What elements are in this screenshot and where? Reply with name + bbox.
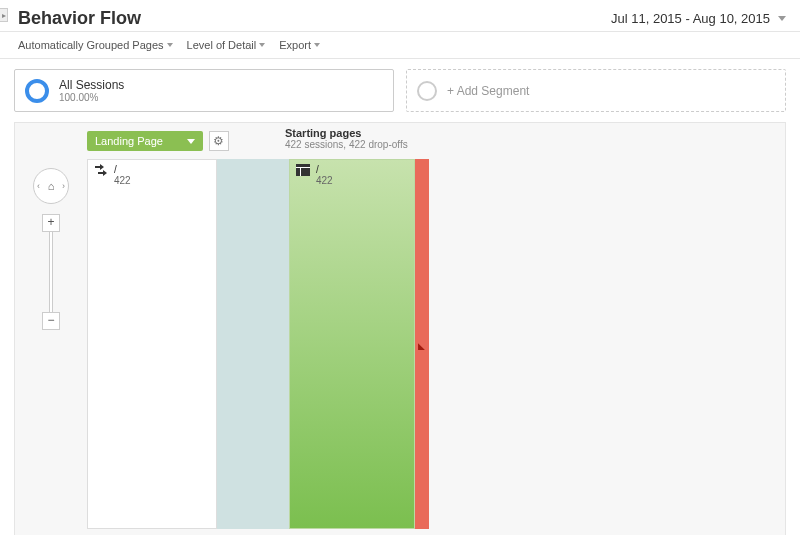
dropoff-marker-icon: ◣ — [418, 341, 425, 351]
segments-row: All Sessions 100.00% + Add Segment — [0, 59, 800, 122]
grouping-label: Automatically Grouped Pages — [18, 39, 164, 51]
svg-rect-2 — [300, 167, 301, 176]
node-count: 422 — [316, 175, 333, 186]
page-title: Behavior Flow — [18, 8, 141, 29]
flow-node-source[interactable]: / 422 — [87, 159, 217, 529]
chevron-down-icon — [259, 43, 265, 47]
node-path: / — [114, 164, 131, 175]
column-subtitle: 422 sessions, 422 drop-offs — [285, 139, 408, 150]
level-of-detail-dropdown[interactable]: Level of Detail — [187, 39, 266, 51]
segment-sub: 100.00% — [59, 92, 124, 103]
node-path: / — [316, 164, 333, 175]
node-text: / 422 — [114, 164, 131, 186]
segment-all-sessions[interactable]: All Sessions 100.00% — [14, 69, 394, 112]
column-header-start: Starting pages 422 sessions, 422 drop-of… — [285, 127, 408, 150]
zoom-in-button[interactable]: + — [42, 214, 60, 232]
zoom-out-button[interactable]: − — [42, 312, 60, 330]
toolbar: Automatically Grouped Pages Level of Det… — [0, 32, 800, 59]
chevron-down-icon — [187, 139, 195, 144]
flow-bridge — [217, 159, 289, 529]
flow-node-start[interactable]: / 422 — [289, 159, 415, 529]
circle-icon — [417, 81, 437, 101]
flow-canvas[interactable]: Landing Page ⚙ Starting pages 422 sessio… — [14, 122, 786, 535]
chevron-down-icon — [314, 43, 320, 47]
gear-icon: ⚙ — [213, 134, 224, 148]
entry-icon — [94, 164, 108, 176]
chevron-down-icon — [778, 16, 786, 21]
dimension-label: Landing Page — [95, 135, 163, 147]
chevron-down-icon — [167, 43, 173, 47]
node-text: / 422 — [316, 164, 333, 186]
node-count: 422 — [114, 175, 131, 186]
date-range-picker[interactable]: Jul 11, 2015 - Aug 10, 2015 — [611, 11, 786, 26]
svg-rect-1 — [296, 167, 310, 168]
level-of-detail-label: Level of Detail — [187, 39, 257, 51]
add-segment-button[interactable]: + Add Segment — [406, 69, 786, 112]
donut-icon — [25, 79, 49, 103]
panel-expand-tab[interactable]: ▸ — [0, 8, 8, 22]
chevron-left-icon: ‹ — [37, 181, 40, 191]
date-range-text: Jul 11, 2015 - Aug 10, 2015 — [611, 11, 770, 26]
grouping-dropdown[interactable]: Automatically Grouped Pages — [18, 39, 173, 51]
home-icon: ⌂ — [48, 180, 55, 192]
chevron-right-icon: › — [62, 181, 65, 191]
svg-rect-0 — [296, 164, 310, 176]
export-label: Export — [279, 39, 311, 51]
column-title: Starting pages — [285, 127, 408, 139]
node-label: / 422 — [94, 164, 131, 186]
zoom-controls: ‹ ⌂ › + − — [33, 168, 69, 330]
export-dropdown[interactable]: Export — [279, 39, 320, 51]
dimension-controls: Landing Page ⚙ — [87, 131, 229, 151]
add-segment-label: + Add Segment — [447, 84, 529, 98]
header: Behavior Flow Jul 11, 2015 - Aug 10, 201… — [0, 0, 800, 32]
segment-title: All Sessions — [59, 78, 124, 92]
node-label: / 422 — [296, 164, 333, 186]
segment-text: All Sessions 100.00% — [59, 78, 124, 103]
zoom-slider[interactable] — [49, 232, 53, 312]
settings-button[interactable]: ⚙ — [209, 131, 229, 151]
page-icon — [296, 164, 310, 176]
home-button[interactable]: ‹ ⌂ › — [33, 168, 69, 204]
dimension-dropdown[interactable]: Landing Page — [87, 131, 203, 151]
